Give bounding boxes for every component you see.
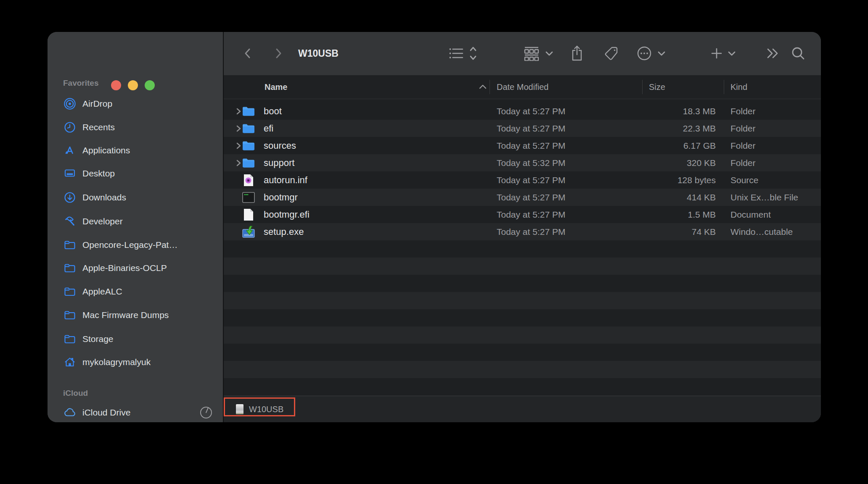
table-row[interactable]: boot Today at 5:27 PM 18.3 MB Folder <box>224 103 821 120</box>
sidebar-item-downloads[interactable]: Downloads <box>48 186 223 209</box>
column-header-kind[interactable]: Kind <box>730 82 747 92</box>
desktop-icon <box>63 167 77 180</box>
column-header-date-modified[interactable]: Date Modified <box>497 82 548 92</box>
file-kind: Windo…cutable <box>730 227 793 237</box>
chevron-down-icon[interactable] <box>545 50 554 56</box>
download-circle-icon <box>63 191 77 204</box>
external-disk-icon <box>235 403 245 415</box>
hammer-icon <box>63 215 77 228</box>
table-row[interactable]: setup.exe Today at 5:27 PM 74 KB Windo…c… <box>224 223 821 240</box>
sidebar-item-recents[interactable]: Recents <box>48 116 223 139</box>
cloud-icon <box>63 406 77 419</box>
sidebar-item-apple-binaries-oclp[interactable]: Apple-Binaries-OCLP <box>48 256 223 280</box>
column-divider[interactable] <box>724 80 724 94</box>
sidebar-item-home[interactable]: mykolagrymalyuk <box>48 350 223 374</box>
folder-icon <box>63 332 77 346</box>
list-header: Name Date Modified Size Kind <box>224 75 821 99</box>
close-button[interactable] <box>111 80 121 90</box>
sidebar-item-applications[interactable]: Applications <box>48 139 223 162</box>
desktop-background: Favorites AirDrop Recents <box>0 0 868 484</box>
sidebar-item-airdrop[interactable]: AirDrop <box>48 92 223 116</box>
document-icon <box>241 207 256 222</box>
tag-icon[interactable] <box>603 45 620 62</box>
file-kind: Folder <box>730 141 756 151</box>
column-header-name[interactable]: Name <box>265 82 287 92</box>
appstore-a-icon <box>63 144 77 157</box>
sidebar-item-desktop[interactable]: Desktop <box>48 162 223 185</box>
file-date: Today at 5:27 PM <box>497 210 565 220</box>
column-header-size[interactable]: Size <box>649 82 665 92</box>
chevron-down-icon[interactable] <box>657 50 666 56</box>
folder-icon <box>63 285 77 298</box>
list-top-spacer <box>224 99 821 103</box>
empty-stripe <box>224 292 821 309</box>
clock-icon <box>63 121 77 134</box>
chevron-down-icon[interactable] <box>727 50 736 56</box>
column-divider[interactable] <box>490 80 490 94</box>
group-by-icon[interactable] <box>524 46 540 61</box>
file-name: bootmgr <box>264 192 298 203</box>
sidebar-item-label: Developer <box>82 216 123 226</box>
empty-stripe <box>224 240 821 258</box>
file-name: setup.exe <box>264 226 304 237</box>
sidebar-section-icloud: iCloud <box>63 386 88 401</box>
more-actions-icon[interactable] <box>636 45 653 62</box>
table-row[interactable]: efi Today at 5:27 PM 22.3 MB Folder <box>224 120 821 137</box>
file-size: 22.3 MB <box>615 124 716 134</box>
share-icon[interactable] <box>570 45 584 62</box>
table-row[interactable]: sources Today at 5:27 PM 6.17 GB Folder <box>224 137 821 154</box>
sidebar-item-label: Desktop <box>82 168 115 179</box>
file-size: 74 KB <box>615 227 716 237</box>
sort-chevrons-icon[interactable] <box>469 45 477 61</box>
folder-icon <box>63 308 77 322</box>
sidebar-item-opencore-legacy[interactable]: Opencore-Legacy-Pat… <box>48 233 223 257</box>
window-controls <box>111 80 155 90</box>
toolbar-overflow-icon[interactable] <box>765 47 781 60</box>
sort-ascending-icon <box>478 84 487 90</box>
sidebar-item-applealc[interactable]: AppleALC <box>48 280 223 303</box>
file-size: 6.17 GB <box>615 141 716 151</box>
sidebar-item-storage[interactable]: Storage <box>48 327 223 351</box>
new-item-plus-icon[interactable] <box>710 47 723 60</box>
zoom-button[interactable] <box>145 80 155 90</box>
status-bar: W10USB <box>224 396 821 422</box>
file-kind: Folder <box>730 158 756 168</box>
volume-path-item[interactable]: W10USB <box>235 403 283 415</box>
folder-icon <box>241 155 256 171</box>
file-size: 414 KB <box>615 192 716 203</box>
sidebar-item-label: Applications <box>82 145 130 155</box>
file-kind: Source <box>730 175 759 185</box>
sidebar-item-label: Downloads <box>82 192 126 203</box>
table-row[interactable]: bootmgr.efi Today at 5:27 PM 1.5 MB Docu… <box>224 206 821 223</box>
file-size: 128 bytes <box>615 175 716 185</box>
file-name: bootmgr.efi <box>264 209 310 220</box>
folder-icon <box>241 104 256 119</box>
file-name: sources <box>264 140 296 151</box>
minimize-button[interactable] <box>128 80 138 90</box>
sidebar-item-label: Opencore-Legacy-Pat… <box>82 240 177 250</box>
table-row[interactable]: support Today at 5:32 PM 320 KB Folder <box>224 154 821 171</box>
sidebar-item-label: AppleALC <box>82 287 122 297</box>
sidebar: Favorites AirDrop Recents <box>48 32 223 422</box>
home-icon <box>63 355 77 369</box>
file-kind: Unix Ex…ble File <box>730 192 798 203</box>
folder-icon <box>63 238 77 252</box>
sidebar-item-mac-firmware-dumps[interactable]: Mac Firmware Dumps <box>48 303 223 327</box>
search-icon[interactable] <box>790 45 806 61</box>
table-row[interactable]: bootmgr Today at 5:27 PM 414 KB Unix Ex…… <box>224 189 821 206</box>
sidebar-item-label: mykolagrymalyuk <box>82 357 151 367</box>
file-name: efi <box>264 123 273 134</box>
table-row[interactable]: autorun.inf Today at 5:27 PM 128 bytes S… <box>224 171 821 189</box>
sidebar-item-developer[interactable]: Developer <box>48 210 223 233</box>
forward-button[interactable] <box>274 46 283 60</box>
folder-icon <box>241 121 256 136</box>
column-divider[interactable] <box>642 80 643 94</box>
back-button[interactable] <box>243 46 252 60</box>
folder-icon <box>63 261 77 275</box>
list-view-icon[interactable] <box>449 47 464 60</box>
sidebar-section-favorites: Favorites <box>63 76 98 91</box>
file-list: boot Today at 5:27 PM 18.3 MB Folder efi <box>224 99 821 396</box>
window-title: W10USB <box>298 48 339 59</box>
file-name: support <box>264 158 294 168</box>
file-date: Today at 5:27 PM <box>497 141 565 151</box>
